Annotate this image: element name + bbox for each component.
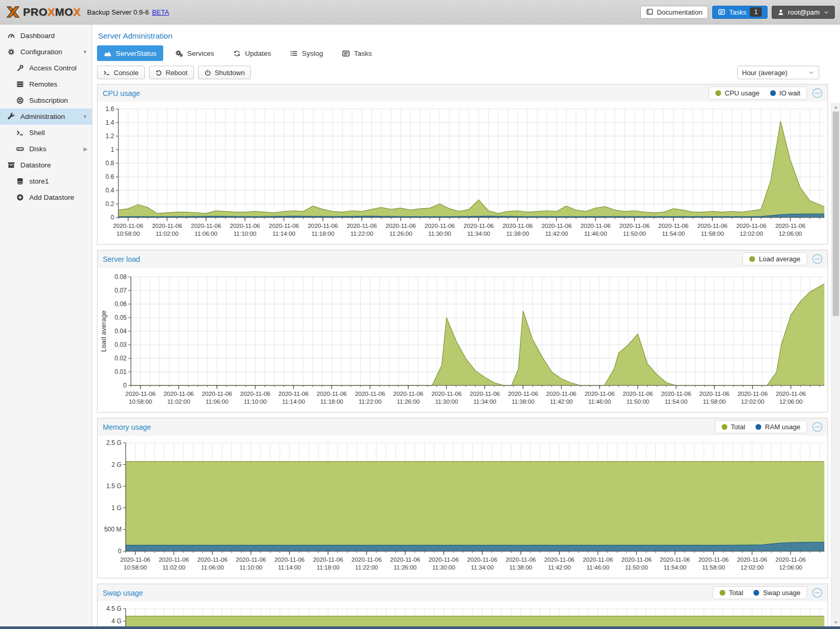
svg-text:2020-11-06: 2020-11-06 [737,391,768,397]
svg-text:0.8: 0.8 [105,160,114,167]
chevron-right-icon[interactable]: ▶ [83,146,88,152]
panel-body: 00.010.020.030.040.050.060.070.082020-11… [98,268,827,412]
collapse-panel-button[interactable] [812,253,823,264]
legend-dot [715,90,721,96]
legend-dot [756,424,761,430]
legend-item[interactable]: RAM usage [756,423,800,431]
svg-text:11:14:00: 11:14:00 [282,398,305,405]
sidebar-item-administration[interactable]: Administration ▼ [0,108,92,125]
chevron-down-icon [808,69,814,76]
svg-text:10:58:00: 10:58:00 [124,564,147,571]
chevron-down-icon[interactable]: ▼ [82,49,88,55]
svg-text:11:06:00: 11:06:00 [201,564,224,571]
svg-text:11:42:00: 11:42:00 [550,398,573,405]
sidebar-item-remotes[interactable]: Remotes [0,76,92,92]
svg-text:11:46:00: 11:46:00 [584,231,607,237]
tab-updates[interactable]: Updates [226,45,278,61]
swap-usage-chart: 0500 M1 G1.5 G2 G2.5 G3 G3.5 G4 G4.5 G20… [99,604,827,629]
svg-text:11:02:00: 11:02:00 [162,564,185,571]
sidebar-item-dashboard[interactable]: Dashboard [0,28,92,44]
sidebar-item-store1[interactable]: store1 [0,173,92,189]
documentation-button[interactable]: Documentation [640,6,708,19]
svg-text:11:38:00: 11:38:00 [509,564,532,571]
collapse-panel-button[interactable] [812,421,823,432]
sidebar-item-access-control[interactable]: Access Control [0,60,92,76]
sidebar-item-disks[interactable]: Disks ▶ [0,141,92,157]
collapse-panel-button[interactable] [812,587,823,598]
scrollbar-up-arrow[interactable]: ▲ [832,103,840,111]
tab-syslog[interactable]: Syslog [283,45,330,61]
svg-text:2020-11-06: 2020-11-06 [619,223,650,229]
sidebar-item-subscription[interactable]: Subscription [0,92,92,108]
legend-item[interactable]: Total [722,423,745,431]
svg-text:1 G: 1 G [112,504,121,512]
svg-text:11:54:00: 11:54:00 [664,564,687,571]
sidebar-item-configuration[interactable]: Configuration ▼ [0,44,92,60]
legend-item[interactable]: Swap usage [753,589,800,597]
sidebar-item-datastore[interactable]: Datastore [0,157,92,173]
user-menu-button[interactable]: root@pam [772,6,835,19]
cpu-usage-chart: 00.20.40.60.811.21.41.62020-11-0610:58:0… [99,105,827,243]
chevron-down-icon[interactable]: ▼ [82,114,88,119]
tasks-count-badge: 1 [750,7,762,17]
archive-box-icon [7,161,16,169]
svg-text:0.08: 0.08 [115,273,127,281]
vertical-scrollbar[interactable]: ▲ ▼ [831,103,840,626]
svg-text:2020-11-06: 2020-11-06 [113,223,143,229]
legend: Load average [742,252,807,265]
legend-item[interactable]: CPU usage [715,89,759,97]
product-version-label: Backup Server 0.9-6 [87,8,149,16]
svg-text:2020-11-06: 2020-11-06 [660,557,690,563]
tab-serverstatus[interactable]: ServerStatus [97,45,163,61]
terminal-icon [16,129,25,137]
svg-text:11:02:00: 11:02:00 [167,398,190,405]
sidebar-item-shell[interactable]: Shell [0,125,92,141]
proxmox-x-logo-icon [5,4,21,20]
legend-item[interactable]: Load average [749,255,800,263]
svg-text:2020-11-06: 2020-11-06 [544,557,575,563]
svg-text:11:22:00: 11:22:00 [359,398,382,405]
legend-item[interactable]: IO wait [770,89,800,97]
legend-item[interactable]: Total [720,589,743,597]
svg-text:2020-11-06: 2020-11-06 [159,557,189,563]
server-icon [16,80,25,88]
svg-text:1.6: 1.6 [105,105,114,113]
beta-link[interactable]: BETA [152,8,169,16]
refresh-icon [233,50,241,57]
svg-text:2020-11-06: 2020-11-06 [659,223,689,229]
top-header-bar: PROXMOX Backup Server 0.9-6 BETA Documen… [0,0,840,25]
svg-text:11:42:00: 11:42:00 [545,231,568,237]
tab-services[interactable]: Services [168,45,221,61]
svg-text:2020-11-06: 2020-11-06 [506,557,536,563]
svg-text:2020-11-06: 2020-11-06 [429,557,459,563]
svg-text:0.06: 0.06 [115,300,127,308]
page-title: Server Administration [92,25,840,42]
svg-text:11:22:00: 11:22:00 [350,231,373,237]
scrollbar-thumb[interactable] [833,112,839,316]
svg-text:11:54:00: 11:54:00 [665,398,688,405]
reboot-button[interactable]: Reboot [149,66,194,79]
svg-text:2020-11-06: 2020-11-06 [470,391,500,397]
panel-title: Swap usage [103,589,143,597]
tasks-button[interactable]: Tasks 1 [712,6,768,19]
panel-body: 00.20.40.60.811.21.41.62020-11-0610:58:0… [98,102,827,244]
shutdown-button[interactable]: Shutdown [198,66,251,79]
console-button[interactable]: Console [97,66,145,79]
tab-tasks[interactable]: Tasks [335,45,379,61]
svg-text:11:34:00: 11:34:00 [473,398,496,405]
legend: Total Swap usage [713,586,807,599]
svg-text:2020-11-06: 2020-11-06 [125,391,155,397]
svg-text:2020-11-06: 2020-11-06 [776,391,806,397]
panel-header: Swap usage Total Swap usage [98,584,827,601]
sidebar-item-add-datastore[interactable]: Add Datastore [0,189,92,205]
charts-scroll-region: CPU usage CPU usage IO wait 00.20.40.60.… [92,83,840,629]
svg-text:11:06:00: 11:06:00 [194,231,217,237]
timeframe-select[interactable]: Hour (average) [737,66,819,79]
panel-body: 0500 M1 G1.5 G2 G2.5 G2020-11-0610:58:00… [98,436,827,578]
svg-text:11:50:00: 11:50:00 [623,231,646,237]
svg-text:2020-11-06: 2020-11-06 [351,557,382,563]
scrollbar-down-arrow[interactable]: ▼ [832,618,840,626]
svg-text:2020-11-06: 2020-11-06 [775,223,806,229]
tasks-list-icon [342,50,350,57]
collapse-panel-button[interactable] [812,88,823,99]
